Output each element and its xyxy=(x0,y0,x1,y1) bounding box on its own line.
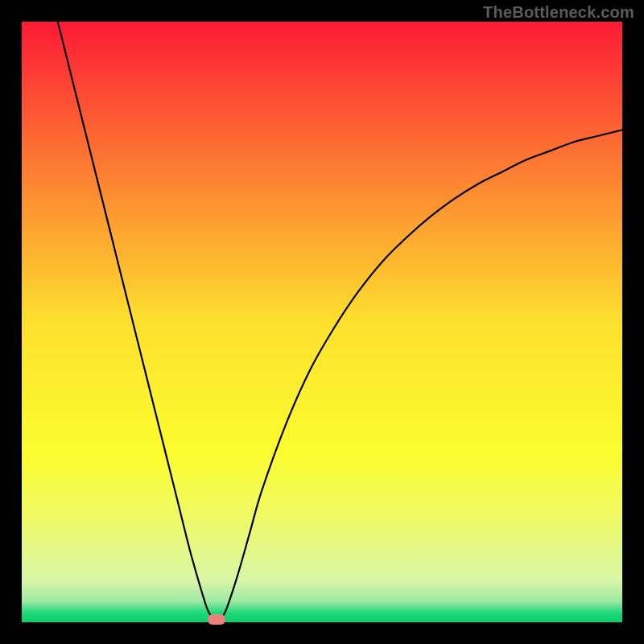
bottleneck-chart xyxy=(22,22,622,622)
plot-frame xyxy=(22,22,622,622)
gradient-background xyxy=(22,22,622,622)
optimal-marker xyxy=(208,614,225,625)
attribution-label: TheBottleneck.com xyxy=(483,3,634,22)
